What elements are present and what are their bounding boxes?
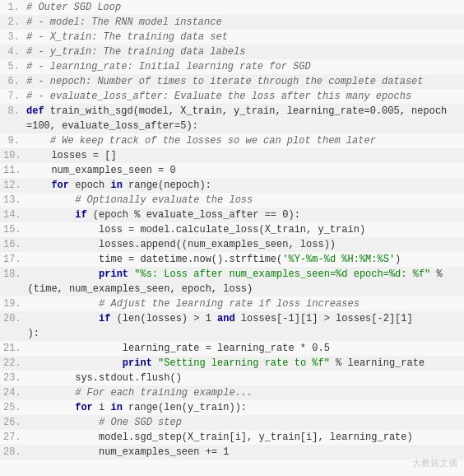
line-text: learning_rate = learning_rate * 0.5: [28, 341, 461, 356]
line-text: print "Setting learning rate to %f" % le…: [28, 356, 461, 371]
line-text: model.sgd_step(X_train[i], y_train[i], l…: [28, 430, 461, 445]
line-number: 16.: [3, 237, 28, 252]
code-line: 20. if (len(losses) > 1 and losses[-1][1…: [0, 311, 464, 341]
code-line: 23. sys.stdout.flush(): [0, 371, 464, 385]
code-line: 16. losses.append((num_examples_seen, lo…: [0, 237, 464, 252]
line-text: # - model: The RNN model instance: [26, 15, 461, 30]
code-line: 24. # For each training example...: [0, 385, 464, 400]
line-text: sys.stdout.flush(): [28, 371, 461, 385]
code-line: 18. print "%s: Loss after num_examples_s…: [0, 267, 464, 296]
code-line: 26. # One SGD step: [0, 415, 464, 430]
code-line: 2.# - model: The RNN model instance: [0, 15, 464, 30]
line-number: 14.: [3, 208, 28, 222]
line-number: 20.: [3, 311, 28, 326]
line-number: 6.: [3, 74, 26, 89]
line-number: 9.: [3, 133, 26, 148]
line-text: # For each training example...: [28, 385, 461, 400]
line-text: # - y_train: The training data labels: [26, 44, 461, 59]
code-line: 1.# Outer SGD Loop: [0, 0, 464, 15]
line-text: # Outer SGD Loop: [26, 0, 461, 15]
code-line: 17. time = datetime.now().strftime('%Y-%…: [0, 252, 464, 267]
line-number: 26.: [3, 415, 28, 430]
line-text: if (epoch % evaluate_loss_after == 0):: [28, 208, 461, 222]
line-text: # - evaluate_loss_after: Evaluate the lo…: [26, 89, 461, 104]
line-number: 8.: [3, 104, 26, 119]
line-number: 7.: [3, 89, 26, 104]
line-text: # Adjust the learning rate if loss incre…: [28, 296, 461, 311]
code-line: 3.# - X_train: The training data set: [0, 30, 464, 44]
line-text: losses.append((num_examples_seen, loss)): [28, 237, 461, 252]
line-text: for i in range(len(y_train)):: [28, 400, 461, 415]
line-text: # One SGD step: [28, 415, 461, 430]
line-number: 13.: [3, 193, 28, 208]
line-number: 21.: [3, 341, 28, 356]
line-text: # - learning_rate: Initial learning rate…: [26, 59, 461, 74]
code-line: 15. loss = model.calculate_loss(X_train,…: [0, 222, 464, 237]
code-line: 10. losses = []: [0, 148, 464, 163]
line-text: num_examples_seen = 0: [28, 163, 461, 178]
line-text: print "%s: Loss after num_examples_seen=…: [28, 267, 461, 296]
code-line: 5.# - learning_rate: Initial learning ra…: [0, 59, 464, 74]
line-number: 22.: [3, 356, 28, 371]
line-number: 23.: [3, 371, 28, 385]
line-number: 19.: [3, 296, 28, 311]
line-number: 11.: [3, 163, 28, 178]
line-number: 10.: [3, 148, 28, 163]
code-line: 21. learning_rate = learning_rate * 0.5: [0, 341, 464, 356]
code-line: 11. num_examples_seen = 0: [0, 163, 464, 178]
line-number: 3.: [3, 30, 26, 44]
line-number: 24.: [3, 385, 28, 400]
code-line: 6.# - nepoch: Number of times to iterate…: [0, 74, 464, 89]
line-text: losses = []: [28, 148, 461, 163]
line-number: 17.: [3, 252, 28, 267]
code-line: 27. model.sgd_step(X_train[i], y_train[i…: [0, 430, 464, 445]
code-line: 7.# - evaluate_loss_after: Evaluate the …: [0, 89, 464, 104]
line-number: 12.: [3, 178, 28, 193]
line-number: 18.: [3, 267, 28, 282]
line-text: loss = model.calculate_loss(X_train, y_t…: [28, 222, 461, 237]
line-text: if (len(losses) > 1 and losses[-1][1] > …: [28, 311, 461, 341]
line-text: # We keep track of the losses so we can …: [26, 133, 461, 148]
line-number: 28.: [3, 445, 28, 460]
line-number: 27.: [3, 430, 28, 445]
line-number: 5.: [3, 59, 26, 74]
line-text: # - nepoch: Number of times to iterate t…: [26, 74, 461, 89]
line-number: 1.: [3, 0, 26, 15]
code-line: 25. for i in range(len(y_train)):: [0, 400, 464, 415]
code-block: 1.# Outer SGD Loop2.# - model: The RNN m…: [0, 0, 464, 476]
line-number: 4.: [3, 44, 26, 59]
line-text: # Optionally evaluate the loss: [28, 193, 461, 208]
line-text: time = datetime.now().strftime('%Y-%m-%d…: [28, 252, 461, 267]
line-number: 15.: [3, 222, 28, 237]
code-line: 8.def train_with_sgd(model, X_train, y_t…: [0, 104, 464, 133]
code-line: 28. num_examples_seen += 1: [0, 445, 464, 460]
line-text: num_examples_seen += 1: [28, 445, 461, 460]
line-text: def train_with_sgd(model, X_train, y_tra…: [26, 104, 461, 133]
code-line: 22. print "Setting learning rate to %f" …: [0, 356, 464, 371]
code-line: 13. # Optionally evaluate the loss: [0, 193, 464, 208]
watermark: 大教搞文摘: [412, 457, 457, 469]
line-text: for epoch in range(nepoch):: [28, 178, 461, 193]
line-text: # - X_train: The training data set: [26, 30, 461, 44]
code-line: 4.# - y_train: The training data labels: [0, 44, 464, 59]
line-number: 2.: [3, 15, 26, 30]
code-line: 14. if (epoch % evaluate_loss_after == 0…: [0, 208, 464, 222]
line-number: 25.: [3, 400, 28, 415]
code-line: 12. for epoch in range(nepoch):: [0, 178, 464, 193]
code-line: 9. # We keep track of the losses so we c…: [0, 133, 464, 148]
code-line: 19. # Adjust the learning rate if loss i…: [0, 296, 464, 311]
